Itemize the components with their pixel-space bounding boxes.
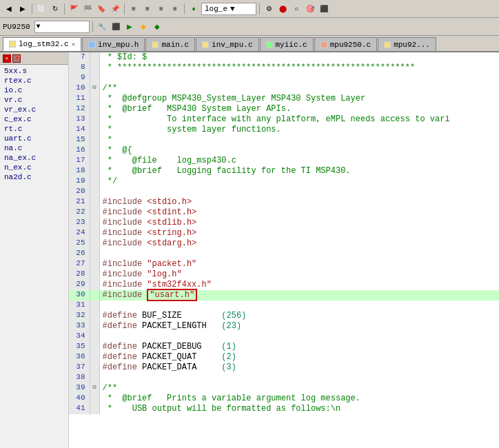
tree-item-naex[interactable]: na_ex.c (0, 153, 68, 163)
code-editor[interactable]: 7 * $Id: $ 8 * *************************… (69, 52, 499, 448)
line-code: /** (99, 83, 499, 94)
line-code (99, 187, 499, 197)
project-dropdown[interactable]: ▼ (34, 21, 90, 33)
line-number: 41 (69, 404, 90, 414)
tree-item-nex[interactable]: n_ex.c (0, 163, 68, 172)
tree-item-5xxs[interactable]: 5xx.s (0, 66, 68, 76)
target-button[interactable]: 🎯 (304, 3, 316, 15)
stop-red-button[interactable]: ⬛ (318, 3, 330, 15)
tab-close-log-stm32[interactable]: ✕ (72, 41, 75, 48)
debug4-button[interactable]: ◆ (137, 21, 150, 33)
line-code: * system layer functions. (99, 125, 499, 135)
line-number: 21 (69, 197, 90, 207)
info-button[interactable]: ⬤ (276, 3, 289, 15)
table-row: 22 #include <stdint.h> (69, 207, 499, 218)
table-row: 9 (69, 73, 499, 83)
line-collapse (90, 332, 99, 342)
line-collapse (90, 176, 99, 187)
tab-myiic[interactable]: myiic.c (260, 37, 314, 51)
line-collapse (90, 321, 99, 332)
tree-item-cex[interactable]: c_ex.c (0, 114, 68, 124)
icon-green[interactable]: ♦ (187, 3, 200, 15)
line-code: * @defgroup MSP430_System_Layer MSP430 S… (99, 94, 499, 104)
forward-button[interactable]: ▶ (17, 3, 29, 15)
tab-log-stm32[interactable]: log_stm32.c ✕ (3, 37, 81, 51)
panel-close-button[interactable]: ✕ (3, 54, 11, 63)
line-number: 16 (69, 145, 90, 156)
bookmark1-button[interactable]: 🚩 (68, 3, 80, 15)
line-collapse (90, 135, 99, 145)
line-code: #include <stdarg.h> (99, 238, 499, 249)
table-row: 39 ⊟ /** (69, 383, 499, 394)
table-row: 14 * system layer functions. (69, 125, 499, 135)
line-number: 19 (69, 176, 90, 187)
tree-item-vr[interactable]: vr.c (0, 95, 68, 105)
tab-icon-main-c (152, 41, 159, 48)
align3-button[interactable]: ≡ (155, 3, 167, 15)
log-dropdown[interactable]: log_e ▼ (201, 3, 256, 15)
tree-item-uart[interactable]: uart.c (0, 134, 68, 143)
debug3-button[interactable]: ▶ (123, 21, 136, 33)
table-row: 16 * @{ (69, 145, 499, 156)
tree-item-rt[interactable]: rt.c (0, 124, 68, 134)
table-row: 24 #include <string.h> (69, 228, 499, 238)
line-collapse (90, 394, 99, 404)
line-collapse (90, 249, 99, 259)
line-code: * @file log_msp430.c (99, 156, 499, 166)
stop-button[interactable]: ⬜ (35, 3, 48, 15)
back-button[interactable]: ◀ (3, 3, 15, 15)
tab-mpu92[interactable]: mpu92... (378, 37, 436, 51)
line-number: 12 (69, 104, 90, 114)
file-tree: 5xx.s rtex.c io.c vr.c vr_ex.c c_ex.c rt… (0, 65, 68, 183)
tab-inv-mpu-c[interactable]: inv_mpu.c (196, 37, 258, 51)
settings-button[interactable]: ⚙ (263, 3, 275, 15)
line-collapse (90, 114, 99, 125)
line-collapse (90, 63, 99, 73)
line-collapse (90, 228, 99, 238)
tab-label-mpu9250: mpu9250.c (330, 41, 371, 49)
line-collapse (90, 73, 99, 83)
line-collapse (90, 342, 99, 352)
line-code: #include "log.h" (99, 269, 499, 280)
bookmark3-button[interactable]: 🔖 (95, 3, 108, 15)
tree-item-rtex[interactable]: rtex.c (0, 76, 68, 85)
align4-button[interactable]: ≡ (169, 3, 181, 15)
bookmark4-button[interactable]: 📌 (109, 3, 121, 15)
line-number: 17 (69, 156, 90, 166)
table-row: 37 #define PACKET_DATA (3) (69, 363, 499, 373)
panel-pin-button[interactable]: 📌 (12, 54, 21, 63)
align2-button[interactable]: ≡ (141, 3, 154, 15)
tab-icon-mpu92 (384, 41, 391, 48)
debug5-button[interactable]: ◆ (151, 21, 163, 33)
tab-mpu9250[interactable]: mpu9250.c (314, 37, 377, 51)
main-area: ✕ 📌 5xx.s rtex.c io.c vr.c vr_ex.c c_ex.… (0, 52, 499, 448)
tab-inv-mpu-h[interactable]: inv_mpu.h (82, 37, 145, 51)
line-number: 30 (69, 290, 90, 301)
tab-icon-log-stm32 (9, 41, 16, 48)
line-number: 11 (69, 94, 90, 104)
tab-main-c[interactable]: main.c (145, 37, 195, 51)
table-row: 20 (69, 187, 499, 197)
left-panel: ✕ 📌 5xx.s rtex.c io.c vr.c vr_ex.c c_ex.… (0, 52, 69, 448)
line-code: * @brief MSP430 System Layer APIs. (99, 104, 499, 114)
debug1-button[interactable]: 🔧 (96, 21, 108, 33)
tab-label-mpu92: mpu92... (394, 41, 430, 49)
line-code (99, 249, 499, 259)
circle-button[interactable]: ○ (290, 3, 303, 15)
line-collapse (90, 352, 99, 363)
table-row: 38 (69, 373, 499, 383)
bookmark2-button[interactable]: 🏁 (81, 3, 94, 15)
separator1 (32, 3, 32, 14)
line-code: #define PACKET_DATA (3) (99, 363, 499, 373)
tree-item-io[interactable]: io.c (0, 85, 68, 95)
debug2-button[interactable]: ⬛ (110, 21, 122, 33)
line-collapse (90, 145, 99, 156)
align1-button[interactable]: ≡ (128, 3, 140, 15)
table-row: 18 * @brief Logging facility for the TI … (69, 166, 499, 176)
line-number: 13 (69, 114, 90, 125)
tree-item-vrex[interactable]: vr_ex.c (0, 105, 68, 114)
tree-item-na[interactable]: na.c (0, 143, 68, 153)
line-collapse (90, 187, 99, 197)
tree-item-na2d[interactable]: na2d.c (0, 172, 68, 182)
refresh-button[interactable]: ↻ (49, 3, 61, 15)
